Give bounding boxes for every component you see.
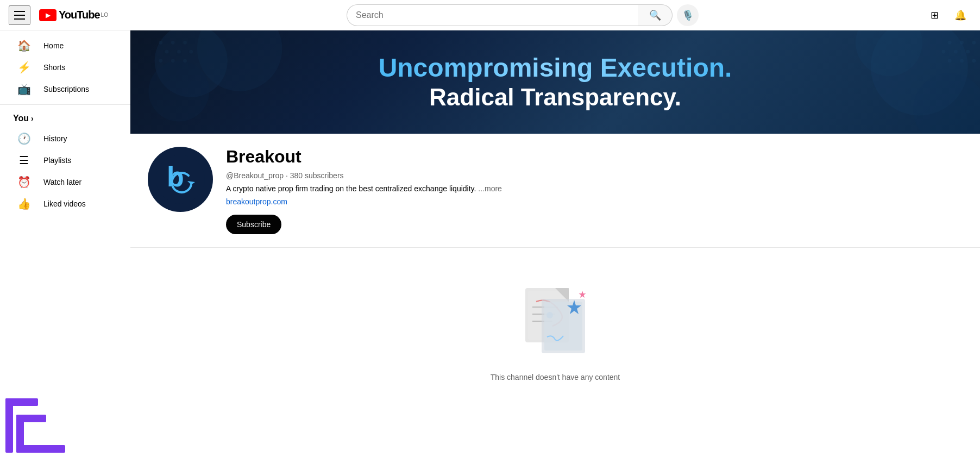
search-input[interactable]	[347, 4, 638, 26]
home-icon: 🏠	[17, 39, 30, 52]
channel-desc-text: A crypto native prop firm trading on the…	[226, 184, 476, 193]
subscribe-button[interactable]: Subscribe	[226, 215, 281, 234]
sidebar-divider-1	[0, 104, 130, 105]
search-form[interactable]: 🔍	[347, 4, 673, 26]
sidebar-item-history[interactable]: 🕐 History	[4, 128, 126, 149]
youtube-wordmark: YouTube	[59, 9, 100, 21]
notifications-button[interactable]: 🔔	[950, 4, 971, 26]
channel-details: Breakout @Breakout_prop · 380 subscriber…	[226, 147, 963, 234]
svg-point-15	[948, 41, 952, 45]
channel-handle: @Breakout_prop	[226, 171, 284, 180]
header: YouTubeLO 🔍 🎙️ ⊞ 🔔	[0, 0, 980, 30]
svg-point-16	[960, 41, 964, 45]
header-right: ⊞ 🔔	[906, 4, 971, 26]
menu-button[interactable]	[9, 5, 30, 25]
svg-point-7	[171, 41, 175, 45]
liked-videos-icon: 👍	[17, 197, 30, 210]
sidebar-you-section[interactable]: You ›	[0, 109, 130, 128]
sidebar-item-watch-later[interactable]: ⏰ Watch later	[4, 171, 126, 193]
sidebar-label-history: History	[43, 134, 67, 143]
empty-state-message: This channel doesn't have any content	[491, 373, 620, 382]
banner-text-container: Uncompromising Execution. Radical Transp…	[379, 52, 732, 112]
channel-description: A crypto native prop firm trading on the…	[226, 184, 963, 193]
create-icon: ⊞	[931, 9, 939, 21]
svg-point-9	[165, 50, 169, 54]
svg-point-11	[189, 50, 193, 54]
header-center: 🔍 🎙️	[143, 4, 902, 26]
subscriptions-icon: 📺	[17, 83, 30, 96]
channel-banner: Uncompromising Execution. Radical Transp…	[130, 30, 980, 134]
search-button[interactable]: 🔍	[638, 4, 673, 26]
svg-point-17	[972, 41, 976, 45]
sidebar: 🏠 Home ⚡ Shorts 📺 Subscriptions You › 🕐 …	[0, 30, 130, 411]
sidebar-label-watch-later: Watch later	[43, 178, 81, 186]
channel-avatar-logo: b	[156, 155, 205, 204]
header-left: YouTubeLO	[9, 5, 139, 25]
shorts-icon: ⚡	[17, 61, 30, 74]
channel-name: Breakout	[226, 147, 963, 167]
youtube-superscript: LO	[101, 12, 108, 18]
sidebar-label-subscriptions: Subscriptions	[43, 85, 89, 93]
svg-point-1	[149, 61, 210, 122]
main-content: Uncompromising Execution. Radical Transp…	[130, 30, 980, 411]
search-icon: 🔍	[649, 9, 661, 21]
svg-text:b: b	[167, 161, 184, 192]
bell-icon: 🔔	[954, 9, 966, 21]
you-label: You	[13, 114, 29, 123]
svg-point-8	[183, 41, 187, 45]
create-button[interactable]: ⊞	[924, 4, 945, 26]
svg-point-13	[171, 59, 175, 63]
svg-point-23	[972, 59, 976, 63]
you-chevron-icon: ›	[31, 114, 34, 123]
sidebar-label-liked-videos: Liked videos	[43, 199, 86, 208]
sidebar-item-subscriptions[interactable]: 📺 Subscriptions	[4, 78, 126, 100]
sidebar-label-playlists: Playlists	[43, 156, 71, 165]
svg-point-10	[177, 50, 181, 54]
banner-line1: Uncompromising Execution.	[379, 52, 732, 84]
svg-point-22	[960, 59, 964, 63]
svg-point-19	[954, 50, 958, 54]
svg-marker-37	[579, 291, 586, 298]
channel-website-link[interactable]: breakoutprop.com	[226, 197, 963, 206]
channel-more-link[interactable]: ...more	[478, 184, 502, 193]
empty-illustration	[512, 277, 599, 364]
channel-avatar: b	[148, 147, 213, 212]
svg-point-14	[183, 59, 187, 63]
mic-button[interactable]: 🎙️	[677, 4, 699, 26]
svg-point-21	[948, 59, 952, 63]
channel-info-section: b Breakout @Breakout_prop · 380 subscrib…	[130, 134, 980, 248]
channel-subscribers: 380 subscribers	[290, 171, 344, 180]
sidebar-item-home[interactable]: 🏠 Home	[4, 35, 126, 57]
sidebar-item-playlists[interactable]: ☰ Playlists	[4, 149, 126, 171]
svg-point-6	[159, 41, 163, 45]
channel-separator: ·	[286, 171, 290, 180]
youtube-icon	[39, 9, 56, 21]
sidebar-item-liked-videos[interactable]: 👍 Liked videos	[4, 193, 126, 215]
svg-point-12	[159, 59, 163, 63]
channel-meta: @Breakout_prop · 380 subscribers	[226, 171, 963, 180]
empty-content-area: This channel doesn't have any content	[130, 248, 980, 411]
banner-line2: Radical Transparency.	[379, 83, 732, 112]
sidebar-label-home: Home	[43, 41, 64, 50]
playlists-icon: ☰	[17, 154, 30, 167]
sidebar-item-shorts[interactable]: ⚡ Shorts	[4, 57, 126, 78]
sidebar-label-shorts: Shorts	[43, 63, 65, 72]
history-icon: 🕐	[17, 132, 30, 145]
svg-point-20	[966, 50, 970, 54]
empty-state-illustration	[512, 277, 599, 364]
watch-later-icon: ⏰	[17, 176, 30, 189]
youtube-logo[interactable]: YouTubeLO	[39, 9, 108, 21]
svg-point-18	[942, 50, 946, 54]
